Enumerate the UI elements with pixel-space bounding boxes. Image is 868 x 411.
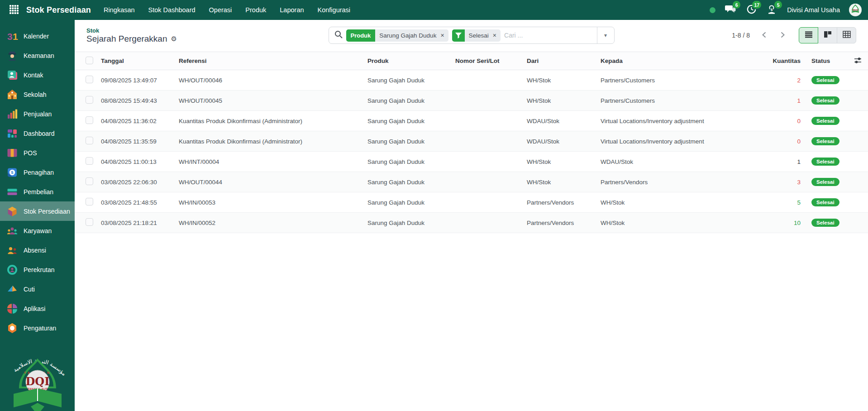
messages-button[interactable]: 6 [725, 4, 736, 16]
sidebar-item-absensi[interactable]: Absensi [0, 240, 75, 260]
cell-nomor-seri [452, 131, 523, 152]
table-row[interactable]: 03/08/2025 21:48:55 WH/IN/00053 Sarung G… [75, 192, 868, 213]
row-checkbox[interactable] [86, 76, 93, 83]
payroll-badge: 5 [774, 1, 782, 9]
main-content: Stok Sejarah Pergerakkan ⚙ Produk Sarung… [75, 20, 868, 411]
sidebar-item-pembelian[interactable]: Pembelian [0, 182, 75, 201]
apps-grid-icon [10, 5, 19, 15]
payroll-button[interactable]: $ 5 [766, 4, 778, 16]
row-checkbox[interactable] [86, 137, 93, 144]
sidebar: 3 1 Kalender Keamanan [0, 20, 75, 411]
employees-icon [6, 225, 18, 237]
cell-dari: WH/Stok [523, 70, 597, 91]
sidebar-item-kontak[interactable]: Kontak [0, 65, 75, 85]
row-checkbox[interactable] [86, 218, 93, 226]
breadcrumb-parent[interactable]: Stok [86, 27, 329, 34]
status-badge: Selesai [811, 158, 839, 166]
cell-nomor-seri [452, 213, 523, 233]
menu-operasi[interactable]: Operasi [209, 6, 232, 14]
row-checkbox[interactable] [86, 177, 93, 185]
cell-kuantitas: 3 [797, 179, 801, 186]
table-row[interactable]: 04/08/2025 11:00:13 WH/INT/00004 Sarung … [75, 152, 868, 172]
menu-konfigurasi[interactable]: Konfigurasi [318, 6, 351, 14]
sidebar-item-cuti[interactable]: Cuti [0, 279, 75, 299]
row-checkbox[interactable] [86, 116, 93, 124]
user-avatar[interactable]: DQI [849, 4, 862, 16]
sidebar-item-label: Penjualan [24, 110, 52, 118]
row-checkbox[interactable] [86, 96, 93, 104]
select-all-checkbox[interactable] [86, 57, 93, 64]
menu-stok-dashboard[interactable]: Stok Dashboard [148, 6, 196, 14]
col-header-nomor-seri[interactable]: Nomor Seri/Lot [452, 52, 523, 70]
cell-referensi: Kuantitas Produk Dikonfirmasi (Administr… [175, 131, 364, 152]
menu-ringkasan[interactable]: Ringkasan [104, 6, 135, 14]
search-facet-produk[interactable]: Produk Sarung Gajah Duduk × [346, 29, 448, 42]
pager-next-button[interactable] [774, 27, 791, 43]
col-header-kepada[interactable]: Kepada [597, 52, 730, 70]
cell-dari: WDAU/Stok [523, 131, 597, 152]
sidebar-item-penjualan[interactable]: Penjualan [0, 104, 75, 124]
search-input[interactable] [504, 32, 593, 39]
sidebar-item-keamanan[interactable]: Keamanan [0, 46, 75, 65]
facet-value: Selesai [465, 32, 491, 39]
row-checkbox[interactable] [86, 198, 93, 206]
table-row[interactable]: 03/08/2025 22:06:30 WH/OUT/00044 Sarung … [75, 172, 868, 192]
search-facet-selesai[interactable]: Selesai × [452, 29, 501, 42]
table-row[interactable]: 04/08/2025 11:35:59 Kuantitas Produk Dik… [75, 131, 868, 152]
col-header-produk[interactable]: Produk [364, 52, 452, 70]
table-row[interactable]: 04/08/2025 11:36:02 Kuantitas Produk Dik… [75, 111, 868, 131]
sidebar-item-karyawan[interactable]: Karyawan [0, 221, 75, 240]
col-header-kuantitas[interactable]: Kuantitas [730, 52, 804, 70]
cell-tanggal: 03/08/2025 22:06:30 [97, 172, 175, 192]
sidebar-item-sekolah[interactable]: Sekolah [0, 85, 75, 104]
activities-badge: 17 [752, 1, 761, 9]
sidebar-item-pos[interactable]: POS [0, 143, 75, 162]
facet-value: Sarung Gajah Duduk [375, 32, 439, 39]
view-switcher-list[interactable] [799, 27, 818, 43]
recruitment-icon [6, 264, 18, 276]
cell-dari: WH/Stok [523, 91, 597, 111]
search-bar[interactable]: Produk Sarung Gajah Duduk × Selesai × ▾ [329, 27, 615, 44]
col-header-tanggal[interactable]: Tanggal [97, 52, 175, 70]
cell-tanggal: 03/08/2025 21:48:55 [97, 192, 175, 213]
sidebar-item-stok-persediaan[interactable]: Stok Persediaan [0, 201, 75, 221]
status-badge: Selesai [811, 178, 839, 186]
col-header-status[interactable]: Status [804, 52, 847, 70]
activities-button[interactable]: 17 [745, 4, 757, 16]
table-row[interactable]: 08/08/2025 15:49:43 WH/OUT/00045 Sarung … [75, 91, 868, 111]
optional-columns-button[interactable] [847, 52, 868, 70]
table-row[interactable]: 03/08/2025 21:18:21 WH/IN/00052 Sarung G… [75, 213, 868, 233]
cell-kuantitas: 2 [797, 77, 801, 84]
facet-remove-icon[interactable]: × [491, 32, 501, 39]
apps-grid-button[interactable] [6, 2, 22, 18]
row-checkbox[interactable] [86, 157, 93, 165]
col-header-referensi[interactable]: Referensi [175, 52, 364, 70]
cell-kuantitas: 1 [797, 158, 801, 165]
search-options-toggle[interactable]: ▾ [597, 27, 614, 43]
pager-previous-button[interactable] [756, 27, 773, 43]
settings-gear-icon [6, 322, 18, 334]
cell-nomor-seri [452, 111, 523, 131]
search-icon [334, 30, 343, 40]
sidebar-item-pengaturan[interactable]: Pengaturan [0, 318, 75, 338]
svg-text:1: 1 [13, 31, 18, 42]
sidebar-item-perekrutan[interactable]: Perekrutan [0, 260, 75, 279]
inventory-box-icon [6, 206, 18, 217]
company-switcher[interactable]: Divisi Amal Usaha [787, 6, 840, 14]
col-header-dari[interactable]: Dari [523, 52, 597, 70]
menu-laporan[interactable]: Laporan [280, 6, 304, 14]
menu-produk[interactable]: Produk [245, 6, 266, 14]
action-gear-icon[interactable]: ⚙ [171, 35, 177, 42]
view-switcher-pivot[interactable] [837, 27, 856, 43]
view-switcher-kanban[interactable] [818, 27, 837, 43]
cell-kepada: Virtual Locations/Inventory adjustment [597, 131, 730, 152]
facet-remove-icon[interactable]: × [439, 32, 448, 39]
sidebar-item-kalender[interactable]: 3 1 Kalender [0, 26, 75, 46]
cell-nomor-seri [452, 70, 523, 91]
table-row[interactable]: 09/08/2025 13:49:07 WH/OUT/00046 Sarung … [75, 70, 868, 91]
sidebar-item-penagihan[interactable]: $ Penagihan [0, 162, 75, 182]
sidebar-item-aplikasi[interactable]: Aplikasi [0, 299, 75, 318]
purchase-stripes-icon [6, 186, 18, 198]
sidebar-item-dashboard[interactable]: Dashboard [0, 124, 75, 143]
cell-produk: Sarung Gajah Duduk [364, 152, 452, 172]
